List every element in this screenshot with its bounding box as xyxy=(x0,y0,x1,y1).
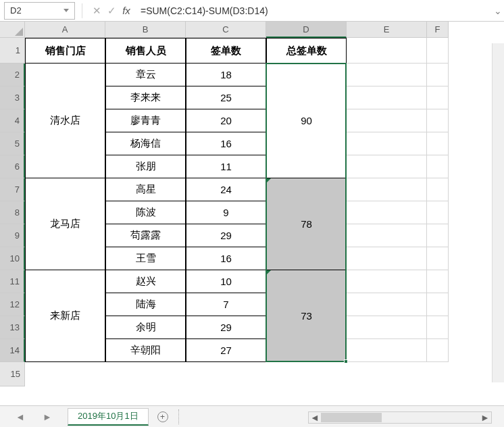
row-header-15[interactable]: 15 xyxy=(0,362,25,386)
person-cell[interactable]: 辛朝阳 xyxy=(105,339,186,362)
count-cell[interactable]: 16 xyxy=(186,132,266,155)
column-header-D[interactable]: D xyxy=(266,22,347,38)
count-cell[interactable]: 29 xyxy=(186,224,266,247)
store-cell[interactable]: 清水店 xyxy=(25,64,105,178)
column-header-E[interactable]: E xyxy=(347,22,427,38)
cell[interactable] xyxy=(427,155,449,178)
cell[interactable] xyxy=(427,132,449,155)
scroll-left-icon[interactable]: ◄ xyxy=(309,412,321,423)
row-headers[interactable]: 123456789101112131415 xyxy=(0,38,25,386)
spreadsheet-grid[interactable]: ABCDEF 123456789101112131415 销售门店销售人员签单数… xyxy=(0,22,504,404)
cell[interactable] xyxy=(427,178,449,201)
name-box[interactable]: D2 xyxy=(4,2,75,20)
cell[interactable] xyxy=(347,109,427,132)
cell[interactable] xyxy=(427,339,449,362)
cell[interactable] xyxy=(347,293,427,316)
cancel-icon[interactable]: ✕ xyxy=(89,5,104,17)
person-cell[interactable]: 余明 xyxy=(105,316,186,339)
person-cell[interactable]: 章云 xyxy=(105,64,186,86)
header-cell[interactable]: 销售人员 xyxy=(105,38,186,64)
count-cell[interactable]: 7 xyxy=(186,293,266,316)
add-sheet-button[interactable]: + xyxy=(154,408,172,426)
person-cell[interactable]: 王雪 xyxy=(105,247,186,270)
confirm-icon[interactable]: ✓ xyxy=(104,5,119,17)
row-header-5[interactable]: 5 xyxy=(0,132,25,155)
vertical-scrollbar[interactable] xyxy=(492,43,504,382)
person-cell[interactable]: 廖青青 xyxy=(105,109,186,132)
horizontal-scrollbar[interactable]: ◄ ► xyxy=(308,411,492,424)
row-header-12[interactable]: 12 xyxy=(0,293,25,316)
cell[interactable] xyxy=(427,316,449,339)
person-cell[interactable]: 张朋 xyxy=(105,155,186,178)
scrollbar-track[interactable] xyxy=(321,412,479,423)
cell[interactable] xyxy=(347,247,427,270)
total-cell[interactable]: 90 xyxy=(266,64,347,178)
select-all-corner[interactable] xyxy=(0,22,25,38)
cell[interactable] xyxy=(347,270,427,293)
header-cell[interactable]: 销售门店 xyxy=(25,38,105,64)
cell[interactable] xyxy=(347,64,427,86)
header-cell[interactable]: 总签单数 xyxy=(266,38,347,64)
person-cell[interactable]: 高星 xyxy=(105,178,186,201)
store-cell[interactable]: 来新店 xyxy=(25,270,105,362)
scrollbar-thumb[interactable] xyxy=(321,413,382,422)
cell[interactable] xyxy=(427,109,449,132)
row-header-10[interactable]: 10 xyxy=(0,247,25,270)
person-cell[interactable]: 苟露露 xyxy=(105,224,186,247)
cell[interactable] xyxy=(347,316,427,339)
person-cell[interactable]: 陆海 xyxy=(105,293,186,316)
person-cell[interactable]: 陈波 xyxy=(105,201,186,224)
cell[interactable] xyxy=(347,132,427,155)
column-header-C[interactable]: C xyxy=(186,22,266,38)
scroll-right-icon[interactable]: ► xyxy=(479,412,491,423)
column-headers[interactable]: ABCDEF xyxy=(25,22,449,38)
row-header-7[interactable]: 7 xyxy=(0,178,25,201)
tab-prev-icon[interactable]: ◄ xyxy=(16,411,25,422)
row-header-13[interactable]: 13 xyxy=(0,316,25,339)
dropdown-icon[interactable] xyxy=(64,9,69,12)
column-header-B[interactable]: B xyxy=(105,22,186,38)
cell[interactable] xyxy=(347,201,427,224)
count-cell[interactable]: 25 xyxy=(186,86,266,109)
count-cell[interactable]: 29 xyxy=(186,316,266,339)
cell[interactable] xyxy=(427,38,449,64)
cell[interactable] xyxy=(427,224,449,247)
cell[interactable] xyxy=(427,270,449,293)
cell[interactable] xyxy=(347,155,427,178)
row-header-1[interactable]: 1 xyxy=(0,38,25,64)
column-header-A[interactable]: A xyxy=(25,22,105,38)
expand-formula-icon[interactable]: ⌄ xyxy=(492,5,504,16)
cell[interactable] xyxy=(427,64,449,86)
row-header-2[interactable]: 2 xyxy=(0,64,25,86)
row-header-11[interactable]: 11 xyxy=(0,270,25,293)
person-cell[interactable]: 赵兴 xyxy=(105,270,186,293)
count-cell[interactable]: 11 xyxy=(186,155,266,178)
tab-next-icon[interactable]: ► xyxy=(43,411,52,422)
cell[interactable] xyxy=(427,247,449,270)
row-header-9[interactable]: 9 xyxy=(0,224,25,247)
row-header-8[interactable]: 8 xyxy=(0,201,25,224)
cell[interactable] xyxy=(427,293,449,316)
cell[interactable] xyxy=(427,201,449,224)
fx-icon[interactable]: fx xyxy=(119,5,134,16)
formula-input[interactable]: =SUM(C2:C14)-SUM(D3:D14) xyxy=(134,5,492,16)
header-cell[interactable]: 签单数 xyxy=(186,38,266,64)
store-cell[interactable]: 龙马店 xyxy=(25,178,105,270)
count-cell[interactable]: 10 xyxy=(186,270,266,293)
count-cell[interactable]: 16 xyxy=(186,247,266,270)
row-header-6[interactable]: 6 xyxy=(0,155,25,178)
cell[interactable] xyxy=(347,178,427,201)
person-cell[interactable]: 李来来 xyxy=(105,86,186,109)
count-cell[interactable]: 27 xyxy=(186,339,266,362)
cell[interactable] xyxy=(427,86,449,109)
cell[interactable] xyxy=(347,86,427,109)
row-header-4[interactable]: 4 xyxy=(0,109,25,132)
person-cell[interactable]: 杨海信 xyxy=(105,132,186,155)
count-cell[interactable]: 20 xyxy=(186,109,266,132)
row-header-14[interactable]: 14 xyxy=(0,339,25,362)
total-cell[interactable]: 73 xyxy=(266,270,347,362)
column-header-F[interactable]: F xyxy=(427,22,449,38)
total-cell[interactable]: 78 xyxy=(266,178,347,270)
sheet-tab-active[interactable]: 2019年10月1日 xyxy=(68,408,149,426)
cell[interactable] xyxy=(347,224,427,247)
